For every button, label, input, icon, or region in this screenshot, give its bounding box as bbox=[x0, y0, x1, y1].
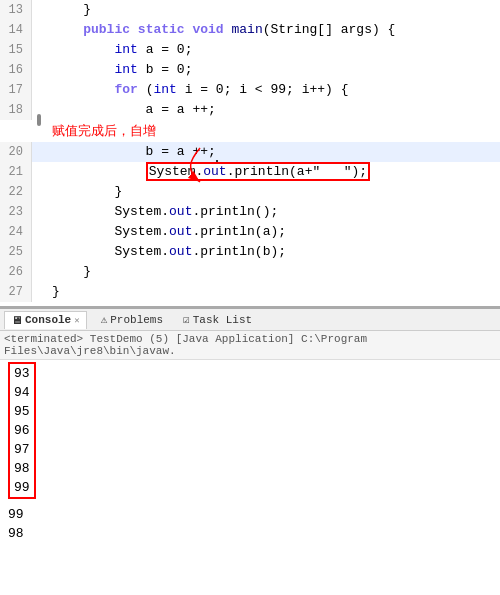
annotation-label: 赋值完成后，自增 bbox=[46, 121, 500, 141]
out-keyword: out bbox=[169, 224, 192, 239]
code-line-18: 18 a = a ++; bbox=[0, 100, 500, 120]
line-content: System.out.println(a+" "); bbox=[46, 162, 500, 182]
tab-problems[interactable]: ⚠ Problems bbox=[95, 311, 169, 328]
out-keyword: out bbox=[169, 244, 192, 259]
line-number: 14 bbox=[0, 20, 32, 40]
console-tabs: 🖥 Console ✕ ⚠ Problems ☑ Task List bbox=[0, 309, 500, 331]
console-extra-line: 98 bbox=[8, 524, 492, 543]
tab-console[interactable]: 🖥 Console ✕ bbox=[4, 311, 87, 329]
problems-icon: ⚠ bbox=[101, 313, 108, 326]
code-line-24: 24 System.out.println(a); bbox=[0, 222, 500, 242]
console-line: 98 bbox=[14, 459, 30, 478]
type-keyword: int bbox=[114, 62, 137, 77]
console-tab-close: ✕ bbox=[74, 315, 79, 326]
out-keyword: out bbox=[169, 204, 192, 219]
code-line-14: 14 public static void main(String[] args… bbox=[0, 20, 500, 40]
line-content: int a = 0; bbox=[46, 40, 500, 60]
console-output: 93 94 95 96 97 98 99 bbox=[0, 360, 500, 501]
tab-tasklist-label: Task List bbox=[193, 314, 252, 326]
line-number: 16 bbox=[0, 60, 32, 80]
tab-tasklist[interactable]: ☑ Task List bbox=[177, 311, 258, 328]
line-content: for (int i = 0; i < 99; i++) { bbox=[46, 80, 500, 100]
line-number: 27 bbox=[0, 282, 32, 302]
line-content: } bbox=[46, 182, 500, 202]
code-line-15: 15 int a = 0; bbox=[0, 40, 500, 60]
tab-console-label: Console bbox=[25, 314, 71, 326]
editor-area: 13 } 14 public static void main(String[]… bbox=[0, 0, 500, 307]
console-header-text: <terminated> TestDemo (5) [Java Applicat… bbox=[4, 333, 367, 357]
code-line-16: 16 int b = 0; bbox=[0, 60, 500, 80]
line-content: System.out.println(a); bbox=[46, 222, 500, 242]
line-content: } bbox=[46, 262, 500, 282]
console-line: 93 bbox=[14, 364, 30, 383]
line-content: System.out.println(b); bbox=[46, 242, 500, 262]
line-content: a = a ++; bbox=[46, 100, 500, 120]
console-area: 🖥 Console ✕ ⚠ Problems ☑ Task List <term… bbox=[0, 307, 500, 547]
console-header: <terminated> TestDemo (5) [Java Applicat… bbox=[0, 331, 500, 360]
code-line-19-annotation: 赋值完成后，自增 bbox=[0, 120, 500, 142]
code-line-26: 26 } bbox=[0, 262, 500, 282]
code-line-13: 13 } bbox=[0, 0, 500, 20]
line-number: 18 bbox=[0, 100, 32, 120]
line-content: } bbox=[46, 0, 500, 20]
code-line-22: 22 } bbox=[0, 182, 500, 202]
console-line: 99 bbox=[14, 478, 30, 497]
method-name: main bbox=[232, 22, 263, 37]
type-keyword: int bbox=[114, 42, 137, 57]
code-line-17: 17 for (int i = 0; i < 99; i++) { bbox=[0, 80, 500, 100]
type-keyword: int bbox=[153, 82, 176, 97]
console-icon: 🖥 bbox=[11, 314, 22, 327]
line-number: 13 bbox=[0, 0, 32, 20]
line-number: 23 bbox=[0, 202, 32, 222]
line-content: public static void main(String[] args) { bbox=[46, 20, 500, 40]
line-number: 20 bbox=[0, 142, 32, 162]
line-number: 21 bbox=[0, 162, 32, 182]
line-number: 24 bbox=[0, 222, 32, 242]
keyword: static bbox=[138, 22, 185, 37]
console-line: 94 bbox=[14, 383, 30, 402]
out-keyword: out bbox=[203, 164, 226, 179]
line-number: 25 bbox=[0, 242, 32, 262]
red-boxed-code: System.out.println(a+" "); bbox=[146, 162, 370, 181]
code-line-23: 23 System.out.println(); bbox=[0, 202, 500, 222]
console-line: 97 bbox=[14, 440, 30, 459]
code-line-20: 20 b = a ++; bbox=[0, 142, 500, 162]
console-line: 96 bbox=[14, 421, 30, 440]
code-line-21: 21 System.out.println(a+" "); bbox=[0, 162, 500, 182]
line-content: } bbox=[46, 282, 500, 302]
console-line: 95 bbox=[14, 402, 30, 421]
line-content: b = a ++; bbox=[46, 142, 500, 162]
line-number: 22 bbox=[0, 182, 32, 202]
keyword: public bbox=[83, 22, 130, 37]
line-content: int b = 0; bbox=[46, 60, 500, 80]
boxed-output: 93 94 95 96 97 98 99 bbox=[8, 362, 36, 499]
code-line-27: 27 } bbox=[0, 282, 500, 302]
code-line-25: 25 System.out.println(b); bbox=[0, 242, 500, 262]
tab-problems-label: Problems bbox=[110, 314, 163, 326]
line-number: 15 bbox=[0, 40, 32, 60]
keyword: void bbox=[192, 22, 223, 37]
line-number: 17 bbox=[0, 80, 32, 100]
console-extra-line: 99 bbox=[8, 505, 492, 524]
console-extra-values: 99 98 bbox=[0, 501, 500, 547]
tasklist-icon: ☑ bbox=[183, 313, 190, 326]
line-content: System.out.println(); bbox=[46, 202, 500, 222]
line-number: 26 bbox=[0, 262, 32, 282]
keyword: for bbox=[114, 82, 137, 97]
